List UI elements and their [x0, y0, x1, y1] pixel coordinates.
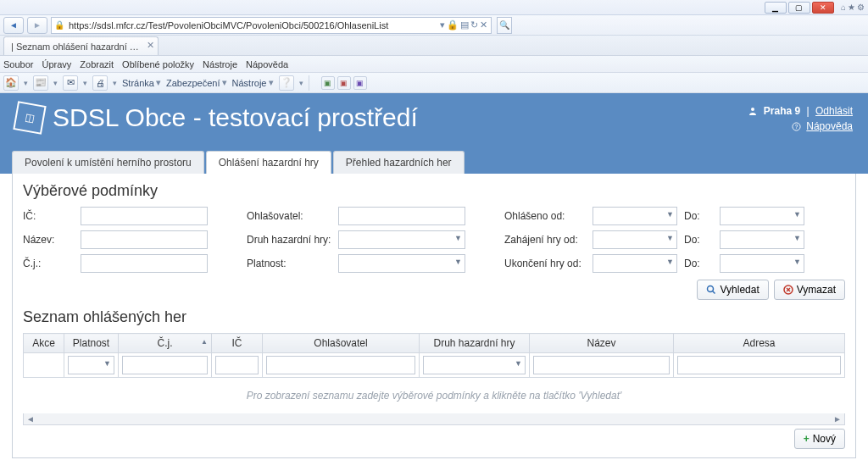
search-toggle[interactable]	[497, 17, 512, 34]
input-platnost[interactable]	[338, 254, 465, 273]
tab-label: | Seznam ohlášení hazardní …	[11, 42, 139, 52]
input-zahajeni-od[interactable]	[593, 230, 677, 249]
filter-nazev[interactable]	[533, 356, 670, 374]
maximize-button[interactable]: ▢	[788, 2, 810, 14]
address-bar[interactable]: 🔒 ▾ 🔒 ▤ ↻ ✕	[51, 17, 492, 34]
filter-platnost[interactable]	[68, 356, 114, 374]
label-do-3: Do:	[684, 258, 713, 269]
url-dropdown-icon[interactable]: ▾	[440, 19, 445, 30]
url-input[interactable]	[67, 20, 437, 30]
col-platnost[interactable]: Platnost	[64, 334, 119, 353]
tab-ohlaseni[interactable]: Ohlášení hazardní hry	[206, 151, 331, 174]
search-button[interactable]: Vyhledat	[697, 280, 768, 300]
menu-soubor[interactable]: Soubor	[3, 59, 33, 69]
misc-icon-2[interactable]: ▣	[337, 76, 351, 90]
minimize-button[interactable]: ▁	[765, 2, 787, 14]
col-cj[interactable]: Č.j.▲	[119, 334, 212, 353]
filter-grid: IČ: Ohlašovatel: Ohlášeno od: ▼ Do: ▼ Ná…	[23, 207, 845, 273]
search-icon	[706, 285, 716, 295]
refresh-icon[interactable]: ↻	[470, 19, 478, 30]
help-link[interactable]: Nápověda	[806, 120, 853, 132]
col-ic[interactable]: IČ	[212, 334, 263, 353]
col-nazev[interactable]: Název	[530, 334, 674, 353]
app-tabs: Povolení k umístění herního prostoru Ohl…	[0, 151, 868, 174]
label-do-1: Do:	[684, 210, 713, 222]
col-akce[interactable]: Akce	[24, 334, 64, 353]
svg-point-0	[751, 108, 754, 111]
label-ohlaseno-od: Ohlášeno od:	[504, 210, 586, 222]
input-ic[interactable]	[81, 207, 208, 225]
input-ukonceni-od[interactable]	[593, 254, 677, 273]
mail-icon[interactable]: ✉	[63, 75, 78, 91]
scroll-left-icon[interactable]: ◄	[26, 414, 35, 424]
input-zahajeni-do[interactable]	[720, 230, 804, 249]
label-nazev: Název:	[23, 234, 74, 246]
app-logo-icon: ◫	[13, 101, 46, 134]
help-toolbar-icon[interactable]: ❔	[279, 75, 294, 91]
tab-close-icon[interactable]: ✕	[147, 40, 154, 51]
forward-button[interactable]	[27, 17, 47, 34]
logout-link[interactable]: Odhlásit	[815, 105, 853, 117]
stop-icon[interactable]: ✕	[480, 19, 487, 30]
tab-prehled[interactable]: Přehled hazardních her	[333, 151, 465, 174]
close-button[interactable]: ✕	[812, 2, 834, 14]
filter-ic[interactable]	[215, 356, 259, 374]
scroll-right-icon[interactable]: ►	[833, 414, 842, 424]
ie-toolbar: 🏠 ▾ 📰 ▾ ✉ ▾ 🖨 ▾ Stránka Zabezpečení Nást…	[0, 73, 868, 93]
input-ohlasovatel[interactable]	[338, 207, 465, 225]
col-adresa[interactable]: Adresa	[674, 334, 845, 353]
input-ohlaseno-do[interactable]	[720, 207, 804, 225]
home-icon[interactable]: ⌂	[841, 3, 846, 12]
back-button[interactable]	[3, 17, 24, 34]
toolbar-zabezpeceni[interactable]: Zabezpečení	[166, 77, 227, 88]
filter-button-row: Vyhledat Vymazat	[23, 280, 845, 300]
feeds-icon[interactable]: 📰	[33, 75, 48, 91]
clear-button[interactable]: Vymazat	[774, 280, 845, 300]
menu-upravy[interactable]: Úpravy	[42, 59, 71, 69]
menu-oblibene[interactable]: Oblíbené položky	[122, 59, 194, 69]
menu-nastroje[interactable]: Nástroje	[203, 59, 237, 69]
input-druh[interactable]	[338, 230, 465, 249]
home-toolbar-icon[interactable]: 🏠	[3, 75, 19, 91]
print-icon[interactable]: 🖨	[92, 75, 108, 91]
question-icon: ?	[792, 122, 801, 131]
x-icon	[783, 285, 793, 295]
empty-message: Pro zobrazení seznamu zadejte výběrové p…	[24, 378, 845, 414]
input-ohlaseno-od[interactable]	[593, 207, 677, 225]
star-icon[interactable]: ★	[848, 3, 855, 12]
gear-icon[interactable]: ⚙	[857, 3, 865, 12]
browser-menubar: Soubor Úpravy Zobrazit Oblíbené položky …	[0, 56, 868, 73]
menu-zobrazit[interactable]: Zobrazit	[80, 59, 114, 69]
filter-druh[interactable]	[423, 356, 526, 374]
svg-text:?: ?	[795, 124, 798, 130]
input-ukonceni-do[interactable]	[720, 254, 804, 273]
user-name: Praha 9	[764, 105, 800, 117]
header-user-block: Praha 9 | Odhlásit ? Nápověda	[748, 103, 853, 134]
input-cj[interactable]	[81, 254, 208, 273]
data-table: Akce Platnost Č.j.▲ IČ Ohlašovatel Druh …	[23, 333, 845, 413]
new-button[interactable]: + Nový	[794, 429, 845, 449]
toolbar-stranka[interactable]: Stránka	[122, 77, 161, 88]
search-button-label: Vyhledat	[720, 284, 759, 296]
menu-napoveda[interactable]: Nápověda	[246, 59, 288, 69]
toolbar-nastroje[interactable]: Nástroje	[232, 77, 274, 88]
browser-navbar: 🔒 ▾ 🔒 ▤ ↻ ✕	[0, 15, 868, 36]
misc-icon-1[interactable]: ▣	[321, 76, 335, 90]
filter-adresa[interactable]	[677, 356, 841, 374]
misc-icon-3[interactable]: ▣	[353, 76, 367, 90]
label-cj: Č.j.:	[23, 258, 74, 269]
filter-ohlasovatel[interactable]	[266, 356, 415, 374]
table-scrollbar[interactable]: ◄ ►	[23, 413, 845, 425]
compat-icon[interactable]: ▤	[460, 19, 469, 30]
sort-asc-icon: ▲	[201, 338, 208, 346]
filter-cj[interactable]	[122, 356, 208, 374]
col-ohlasovatel[interactable]: Ohlašovatel	[263, 334, 420, 353]
label-ic: IČ:	[23, 210, 74, 222]
clear-button-label: Vymazat	[797, 284, 836, 296]
col-druh[interactable]: Druh hazardní hry	[420, 334, 530, 353]
browser-tab[interactable]: | Seznam ohlášení hazardní … ✕	[3, 36, 159, 55]
input-nazev[interactable]	[81, 230, 208, 249]
ssl-badge-icon[interactable]: 🔒	[447, 19, 459, 30]
tab-povoleni[interactable]: Povolení k umístění herního prostoru	[12, 151, 204, 174]
filters-title: Výběrové podmínky	[23, 182, 845, 200]
